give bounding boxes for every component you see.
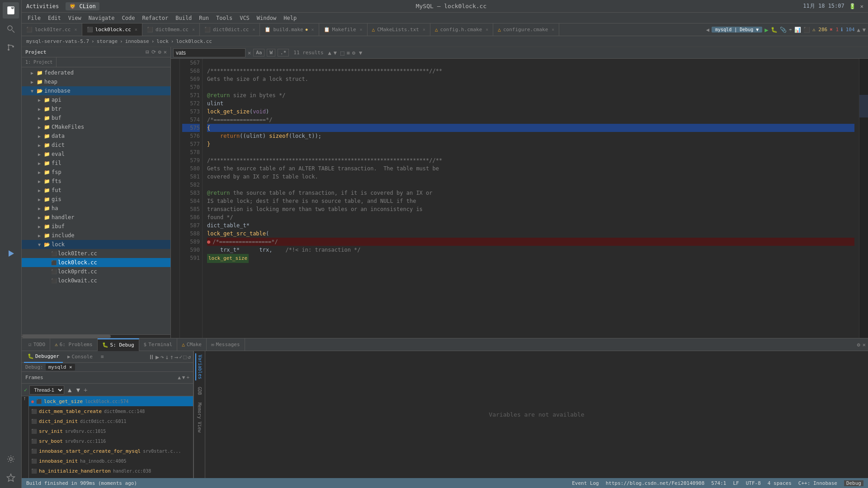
thread-down-btn[interactable]: ▼ [75, 386, 81, 394]
rerun-icon[interactable]: ↺ [188, 354, 191, 360]
tab-build-make[interactable]: 📋 build.make ● × [260, 23, 319, 36]
stop-button[interactable]: ⬛ [803, 27, 810, 33]
step-over-icon[interactable]: ↷ [160, 353, 164, 361]
frames-down-icon[interactable]: ▼ [182, 375, 185, 380]
tree-item-eval[interactable]: ▶ 📁 eval [22, 150, 170, 159]
breadcrumb-storage[interactable]: storage [97, 38, 118, 44]
memory-view-label[interactable]: Memory View [196, 401, 203, 434]
tab-config-cmake[interactable]: △ config.h.cmake × [430, 23, 493, 36]
tree-item-ha[interactable]: ▶ 📁 ha [22, 204, 170, 213]
output-tab[interactable]: ≡ [97, 351, 108, 363]
tree-item-lock0wait[interactable]: ⬛ lock0wait.cc [22, 276, 170, 285]
resume-icon[interactable]: ▶ [156, 353, 159, 361]
code-content[interactable]: /***************************************… [203, 59, 859, 338]
tab-cmake[interactable]: △ CMake [177, 338, 207, 351]
nav-back-icon[interactable]: ◀ [706, 27, 709, 33]
app-name[interactable]: 🦁 CLion [66, 2, 99, 10]
tab-close-dict0mem[interactable]: × [192, 27, 195, 32]
sidebar-close[interactable]: ✕ [164, 49, 167, 55]
menu-code[interactable]: Code [118, 13, 139, 23]
tab-debug[interactable]: 🐛 S: Debug [98, 338, 139, 351]
menu-navigate[interactable]: Navigate [85, 13, 118, 23]
search-global-icon[interactable] [3, 21, 19, 37]
tab-terminal[interactable]: $ Terminal [139, 338, 178, 351]
frames-up-icon[interactable]: ▲ [178, 375, 181, 380]
menu-help[interactable]: Help [280, 13, 300, 23]
tree-item-lock0prdt[interactable]: ⬛ lock0prdt.cc [22, 267, 170, 276]
tree-item-innobase[interactable]: ▼ 📂 innobase [22, 86, 170, 95]
tab-close-config-cmake[interactable]: × [486, 27, 488, 32]
breadcrumb-file[interactable]: lock0lock.cc [176, 38, 212, 44]
tab-close-lock0lock[interactable]: × [135, 27, 137, 32]
panel-hide-icon[interactable]: ✕ [863, 342, 866, 348]
step-out-icon[interactable]: ↑ [170, 353, 173, 361]
menu-window[interactable]: Window [253, 13, 280, 23]
frame-item-4[interactable]: ⬛ srv_boot srv0srv.cc:1116 [29, 436, 193, 446]
coverage-button[interactable]: ☂ [789, 27, 792, 33]
tab-close-build-make[interactable]: × [311, 27, 314, 32]
tree-item-federated[interactable]: ▶ 📁 federated [22, 68, 170, 77]
tree-item-heap[interactable]: ▶ 📁 heap [22, 77, 170, 86]
evaluate-icon[interactable]: ✓ [179, 354, 182, 360]
pause-icon[interactable]: ⏸ [148, 353, 155, 361]
tree-item-buf[interactable]: ▶ 📁 buf [22, 113, 170, 122]
tab-dict0mem[interactable]: ⬛ dict0mem.cc × [142, 23, 200, 36]
tab-close-makefile[interactable]: × [360, 27, 363, 32]
context-btn[interactable]: ⬚ [340, 49, 344, 56]
breadcrumb-innobase[interactable]: innobase [125, 38, 149, 44]
tree-item-include[interactable]: ▶ 📁 include [22, 231, 170, 240]
tree-item-ibuf[interactable]: ▶ 📁 ibuf [22, 222, 170, 231]
expand-icon[interactable]: ▼ [863, 27, 866, 33]
tab-close-lock0iter[interactable]: × [74, 27, 77, 32]
collapse-icon[interactable]: ▲ [857, 27, 860, 33]
search-input[interactable] [173, 48, 245, 57]
tree-item-lock0lock[interactable]: ⬛ lock0lock.cc [22, 258, 170, 267]
search-options[interactable]: ▼ [359, 50, 362, 56]
profile-button[interactable]: 📊 [794, 27, 801, 33]
thread-up-btn[interactable]: ▲ [66, 386, 73, 394]
profile-icon[interactable]: mysqld | Debug ▼ [712, 27, 762, 33]
menu-file[interactable]: File [24, 13, 44, 23]
favorites-icon[interactable] [3, 469, 19, 486]
next-result[interactable]: ▼ [334, 50, 337, 56]
whole-word-btn[interactable]: W [267, 49, 275, 56]
search-clear[interactable]: ✕ [248, 50, 251, 56]
panel-settings-icon[interactable]: ⚙ [857, 342, 860, 348]
run-button[interactable]: ▶ [764, 26, 768, 33]
tree-item-dict[interactable]: ▶ 📁 dict [22, 141, 170, 150]
tab-messages[interactable]: ✉ Messages [207, 338, 245, 351]
tab-dict0dict[interactable]: ⬛ dict0dict.cc × [200, 23, 260, 36]
tree-item-handler[interactable]: ▶ 📁 handler [22, 213, 170, 222]
thread-add-icon[interactable]: + [84, 386, 87, 394]
tab-close-configure-cmake[interactable]: × [552, 27, 554, 32]
attach-button[interactable]: 📎 [780, 27, 787, 33]
debug-run-button[interactable]: 🐛 [771, 27, 778, 33]
tab-lock0iter[interactable]: ⬛ lock0Iter.cc × [22, 23, 82, 36]
tab-cmakelists[interactable]: △ CMakeLists.txt × [368, 23, 430, 36]
regex-btn[interactable]: .* [278, 49, 289, 56]
restore-layout-icon[interactable]: ⬚ [184, 354, 187, 360]
filter-results[interactable]: ⚙ [352, 50, 355, 56]
frame-item-2[interactable]: ⬛ dict_ind_init dict0dict.cc:6011 [29, 416, 193, 426]
tab-close-cmakelists[interactable]: × [423, 27, 425, 32]
frame-item-0[interactable]: ● ⬛ lock_get_size lock0lock.cc:574 [29, 396, 193, 406]
tree-item-cmakefiles[interactable]: ▶ 📁 CMakeFiles [22, 122, 170, 131]
tab-lock0lock[interactable]: ⬛ lock0lock.cc × [82, 23, 143, 36]
tree-item-data[interactable]: ▶ 📁 data [22, 131, 170, 141]
event-log[interactable]: Event Log [572, 480, 599, 486]
frames-add-icon[interactable]: + [186, 375, 189, 380]
debugger-tab[interactable]: 🐛 Debugger [24, 351, 63, 363]
tree-item-fut[interactable]: ▶ 📁 fut [22, 186, 170, 195]
menu-tools[interactable]: Tools [212, 13, 236, 23]
window-minimize[interactable]: 🔋 [849, 3, 856, 9]
vars-tab-label[interactable]: Variables [195, 353, 204, 380]
breadcrumb-lock[interactable]: lock [156, 38, 169, 44]
console-tab[interactable]: ▶ Console [64, 351, 96, 363]
tab-todo[interactable]: ☑ TODO [24, 338, 50, 351]
tree-item-lock0iter[interactable]: ⬛ lock0Iter.cc [22, 249, 170, 258]
menu-edit[interactable]: Edit [44, 13, 65, 23]
filter-btn[interactable]: ≡ [347, 50, 350, 56]
frame-item-1[interactable]: ⬛ dict_mem_table_create dict0mem.cc:148 [29, 406, 193, 416]
tab-makefile[interactable]: 📋 Makefile × [319, 23, 368, 36]
gdb-tab-label[interactable]: GDB [196, 385, 203, 396]
